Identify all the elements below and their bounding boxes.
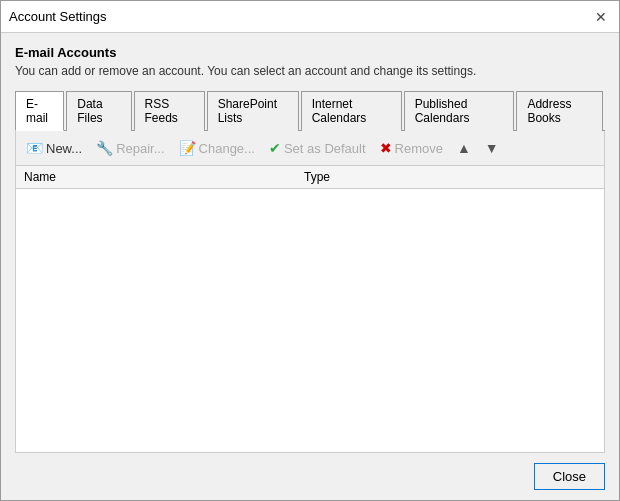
change-icon: 📝 [179,140,196,156]
toolbar: 📧 New... 🔧 Repair... 📝 Change... ✔ Set a… [15,131,605,166]
table-header: Name Type [16,166,604,189]
arrow-down-icon: ▼ [485,140,499,156]
section-title: E-mail Accounts [15,45,605,60]
set-default-icon: ✔ [269,140,281,156]
move-down-button[interactable]: ▼ [479,137,505,159]
tab-sharepoint-lists[interactable]: SharePoint Lists [207,91,299,131]
repair-button[interactable]: 🔧 Repair... [90,137,170,159]
tab-internet-calendars[interactable]: Internet Calendars [301,91,402,131]
repair-icon: 🔧 [96,140,113,156]
move-up-button[interactable]: ▲ [451,137,477,159]
tab-published-calendars[interactable]: Published Calendars [404,91,515,131]
type-column-header: Type [304,170,596,184]
tab-address-books[interactable]: Address Books [516,91,603,131]
new-icon: 📧 [26,140,43,156]
remove-button[interactable]: ✖ Remove [374,137,449,159]
remove-icon: ✖ [380,140,392,156]
table-body [16,189,604,452]
section-description: You can add or remove an account. You ca… [15,64,605,78]
change-button[interactable]: 📝 Change... [173,137,261,159]
title-bar-close-button[interactable]: ✕ [591,7,611,27]
tab-rss-feeds[interactable]: RSS Feeds [134,91,205,131]
dialog-title: Account Settings [9,9,107,24]
accounts-table: Name Type [15,166,605,453]
account-settings-dialog: Account Settings ✕ E-mail Accounts You c… [0,0,620,501]
tabs-container: E-mail Data Files RSS Feeds SharePoint L… [15,90,605,131]
title-bar: Account Settings ✕ [1,1,619,33]
new-button[interactable]: 📧 New... [20,137,88,159]
close-button[interactable]: Close [534,463,605,490]
content-area: E-mail Accounts You can add or remove an… [1,33,619,453]
set-default-label: Set as Default [284,141,366,156]
name-column-header: Name [24,170,304,184]
tab-data-files[interactable]: Data Files [66,91,131,131]
arrow-up-icon: ▲ [457,140,471,156]
remove-label: Remove [395,141,443,156]
change-label: Change... [199,141,255,156]
footer: Close [1,453,619,500]
tab-email[interactable]: E-mail [15,91,64,131]
set-default-button[interactable]: ✔ Set as Default [263,137,372,159]
repair-label: Repair... [116,141,164,156]
new-label: New... [46,141,82,156]
